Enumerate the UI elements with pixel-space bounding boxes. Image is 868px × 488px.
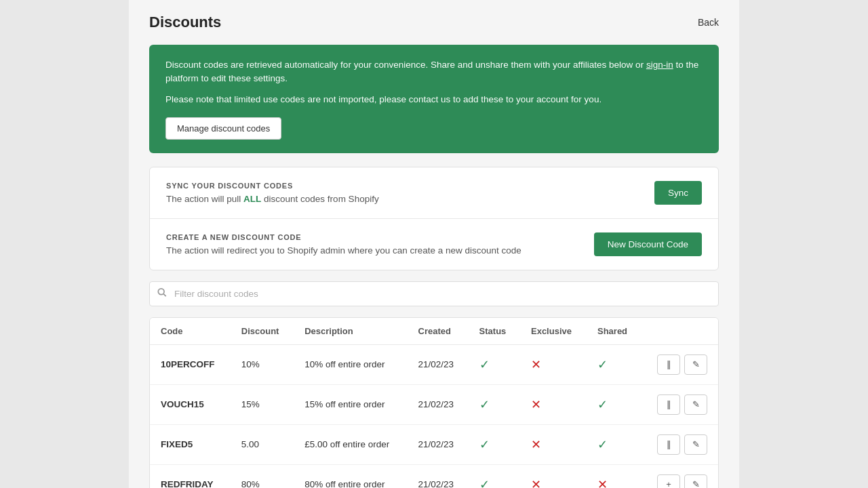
cell-shared: ✕	[587, 464, 642, 488]
create-desc: The action will redirect you to Shopify …	[166, 245, 580, 256]
cell-status: ✓	[469, 384, 520, 424]
pause-button[interactable]: ‖	[657, 394, 680, 415]
sync-button[interactable]: Sync	[654, 181, 702, 205]
sync-text: SYNC YOUR DISCOUNT CODES The action will…	[166, 182, 641, 204]
col-exclusive: Exclusive	[520, 318, 587, 345]
edit-button[interactable]: ✎	[684, 434, 707, 455]
cell-exclusive: ✕	[520, 464, 587, 488]
cell-status: ✓	[469, 424, 520, 464]
cell-shared: ✓	[587, 384, 642, 424]
status-check: ✓	[479, 478, 490, 488]
table-header-row: Code Discount Description Created Status…	[150, 318, 718, 345]
col-discount: Discount	[231, 318, 294, 345]
table-row: REDFRIDAY 80% 80% off entire order 21/02…	[150, 464, 718, 488]
manage-discount-codes-button[interactable]: Manage discount codes	[165, 117, 281, 140]
cell-code: 10PERCOFF	[150, 344, 231, 384]
page-title: Discounts	[149, 14, 221, 31]
edit-button[interactable]: ✎	[684, 474, 707, 488]
cell-shared: ✓	[587, 424, 642, 464]
actions-card: SYNC YOUR DISCOUNT CODES The action will…	[149, 167, 719, 270]
action-buttons: ‖ ✎	[652, 354, 707, 375]
col-status: Status	[469, 318, 520, 345]
create-section: CREATE A NEW DISCOUNT CODE The action wi…	[150, 219, 718, 270]
col-description: Description	[294, 318, 407, 345]
cell-code: FIXED5	[150, 424, 231, 464]
cell-exclusive: ✕	[520, 384, 587, 424]
cell-shared: ✓	[587, 344, 642, 384]
cell-description: 80% off entire order	[294, 464, 407, 488]
cell-exclusive: ✕	[520, 424, 587, 464]
action-buttons: ‖ ✎	[652, 434, 707, 455]
cell-description: £5.00 off entire order	[294, 424, 407, 464]
edit-button[interactable]: ✎	[684, 354, 707, 375]
cell-actions: ‖ ✎	[642, 424, 718, 464]
col-code: Code	[150, 318, 231, 345]
back-button[interactable]: Back	[698, 17, 719, 28]
search-container	[149, 281, 719, 306]
pause-button[interactable]: ‖	[657, 354, 680, 375]
new-discount-code-button[interactable]: New Discount Code	[594, 232, 702, 256]
cell-code: VOUCH15	[150, 384, 231, 424]
table-row: 10PERCOFF 10% 10% off entire order 21/02…	[150, 344, 718, 384]
status-cross: ✕	[531, 438, 541, 451]
cell-actions: + ✎	[642, 464, 718, 488]
cell-discount: 15%	[231, 384, 294, 424]
create-label: CREATE A NEW DISCOUNT CODE	[166, 233, 580, 241]
page-header: Discounts Back	[149, 14, 719, 31]
page-container: Discounts Back Discount codes are retrie…	[129, 0, 739, 488]
cell-status: ✓	[469, 344, 520, 384]
info-box: Discount codes are retrieved automatical…	[149, 45, 719, 153]
sync-section: SYNC YOUR DISCOUNT CODES The action will…	[150, 167, 718, 219]
sync-desc-suffix: discount codes from Shopify	[261, 194, 378, 204]
status-check: ✓	[479, 398, 490, 411]
info-text-2: Please note that limited use codes are n…	[165, 93, 703, 106]
col-created: Created	[408, 318, 469, 345]
pause-button[interactable]: ‖	[657, 434, 680, 455]
status-cross: ✕	[531, 358, 541, 371]
cell-status: ✓	[469, 464, 520, 488]
status-check: ✓	[597, 398, 608, 411]
status-check: ✓	[597, 438, 608, 451]
create-text: CREATE A NEW DISCOUNT CODE The action wi…	[166, 233, 580, 256]
status-check: ✓	[597, 358, 608, 371]
svg-line-1	[163, 294, 166, 297]
cell-discount: 5.00	[231, 424, 294, 464]
discount-table: Code Discount Description Created Status…	[150, 318, 718, 488]
table-row: VOUCH15 15% 15% off entire order 21/02/2…	[150, 384, 718, 424]
info-text-1: Discount codes are retrieved automatical…	[165, 58, 703, 86]
sync-label: SYNC YOUR DISCOUNT CODES	[166, 182, 641, 190]
cell-description: 10% off entire order	[294, 344, 407, 384]
cell-created: 21/02/23	[408, 344, 469, 384]
cell-description: 15% off entire order	[294, 384, 407, 424]
table-row: FIXED5 5.00 £5.00 off entire order 21/02…	[150, 424, 718, 464]
sync-desc-prefix: The action will pull	[166, 194, 243, 204]
cell-exclusive: ✕	[520, 344, 587, 384]
cell-code: REDFRIDAY	[150, 464, 231, 488]
cell-created: 21/02/23	[408, 424, 469, 464]
search-input[interactable]	[149, 281, 719, 306]
status-cross: ✕	[531, 398, 541, 411]
cell-actions: ‖ ✎	[642, 344, 718, 384]
cell-created: 21/02/23	[408, 384, 469, 424]
status-check: ✓	[479, 438, 490, 451]
sync-desc: The action will pull ALL discount codes …	[166, 194, 641, 204]
col-actions	[642, 318, 718, 345]
svg-point-0	[158, 289, 164, 295]
status-cross: ✕	[597, 478, 608, 488]
cell-discount: 80%	[231, 464, 294, 488]
cell-discount: 10%	[231, 344, 294, 384]
action-buttons: + ✎	[652, 474, 707, 488]
status-check: ✓	[479, 358, 490, 371]
col-shared: Shared	[587, 318, 642, 345]
search-icon	[157, 288, 167, 300]
discount-table-container: Code Discount Description Created Status…	[149, 317, 719, 488]
sign-in-link[interactable]: sign-in	[646, 60, 673, 70]
cell-actions: ‖ ✎	[642, 384, 718, 424]
cell-created: 21/02/23	[408, 464, 469, 488]
status-cross: ✕	[531, 478, 541, 488]
sync-highlight: ALL	[243, 194, 261, 204]
action-buttons: ‖ ✎	[652, 394, 707, 415]
edit-button[interactable]: ✎	[684, 394, 707, 415]
add-button[interactable]: +	[657, 474, 680, 488]
